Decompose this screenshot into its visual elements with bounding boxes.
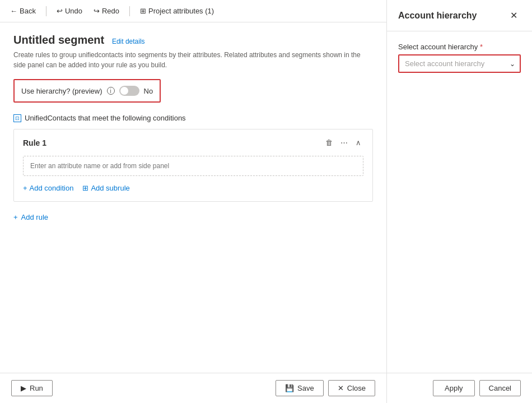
- side-panel-title: Account hierarchy: [398, 11, 477, 21]
- play-icon: ▶: [21, 384, 26, 392]
- account-hierarchy-select[interactable]: Select account hierarchy: [399, 55, 520, 72]
- back-arrow-icon: ←: [10, 7, 17, 15]
- conditions-row: ⊡ UnifiedContacts that meet the followin…: [13, 114, 373, 122]
- side-panel-close-button[interactable]: ✕: [507, 9, 521, 22]
- plus-icon-2: +: [13, 213, 18, 221]
- side-panel-body: Select account hierarchy * Select accoun…: [387, 31, 532, 373]
- top-bar: ← Back ↩ Undo ↪ Redo ⊞ Project attribute…: [0, 0, 386, 22]
- toggle-state-label: No: [144, 87, 153, 95]
- bottom-left: ▶ Run: [11, 380, 53, 396]
- page-title: Untitled segment: [13, 34, 104, 47]
- rule-footer: + Add condition ⊞ Add subrule: [23, 182, 363, 194]
- side-panel: Account hierarchy ✕ Select account hiera…: [386, 0, 532, 403]
- account-hierarchy-select-wrapper: Select account hierarchy ⌄: [398, 54, 521, 73]
- apply-button[interactable]: Apply: [433, 380, 475, 396]
- content-area: Untitled segment Edit details Create rul…: [0, 22, 386, 373]
- rule-card: Rule 1 🗑 ⋯ ∧ + Add condition: [13, 129, 373, 202]
- side-panel-footer: Apply Cancel: [387, 373, 532, 403]
- delete-rule-button[interactable]: 🗑: [323, 136, 335, 149]
- side-panel-header: Account hierarchy ✕: [387, 0, 532, 31]
- save-button[interactable]: 💾 Save: [276, 380, 324, 396]
- save-icon: 💾: [285, 384, 294, 392]
- add-subrule-button[interactable]: ⊞ Add subrule: [82, 182, 129, 194]
- trash-icon: 🗑: [325, 138, 333, 147]
- conditions-icon: ⊡: [13, 114, 21, 122]
- project-attributes-button[interactable]: ⊞ Project attributes (1): [137, 4, 217, 17]
- toggle-thumb: [120, 87, 128, 95]
- ellipsis-icon: ⋯: [340, 138, 348, 147]
- title-row: Untitled segment Edit details: [13, 34, 373, 47]
- back-button[interactable]: ← Back: [7, 4, 39, 17]
- rule-title: Rule 1: [23, 138, 46, 147]
- redo-icon: ↪: [94, 7, 100, 15]
- run-button[interactable]: ▶ Run: [11, 380, 53, 396]
- chevron-up-icon: ∧: [356, 138, 361, 147]
- close-button[interactable]: ✕ Close: [328, 380, 375, 396]
- attribute-input[interactable]: [23, 156, 363, 176]
- separator: [46, 6, 46, 16]
- more-options-button[interactable]: ⋯: [338, 136, 350, 149]
- separator-2: [129, 6, 130, 16]
- close-icon: ✕: [338, 384, 344, 392]
- cancel-button[interactable]: Cancel: [479, 380, 521, 396]
- conditions-text: UnifiedContacts that meet the following …: [25, 114, 186, 122]
- rule-header: Rule 1 🗑 ⋯ ∧: [23, 136, 363, 149]
- hierarchy-toggle[interactable]: [119, 86, 139, 96]
- hierarchy-label: Use hierarchy? (preview): [21, 87, 102, 95]
- subrule-icon: ⊞: [82, 184, 88, 192]
- undo-button[interactable]: ↩ Undo: [53, 4, 86, 17]
- add-condition-button[interactable]: + Add condition: [23, 182, 73, 194]
- add-rule-button[interactable]: + Add rule: [13, 211, 48, 224]
- field-label: Select account hierarchy *: [398, 43, 521, 51]
- bottom-toolbar: ▶ Run 💾 Save ✕ Close: [0, 373, 386, 403]
- bottom-right: 💾 Save ✕ Close: [276, 380, 375, 396]
- table-icon: ⊞: [140, 7, 146, 15]
- toggle-track[interactable]: [119, 86, 139, 96]
- plus-icon: +: [23, 184, 27, 192]
- collapse-rule-button[interactable]: ∧: [353, 136, 363, 149]
- info-icon[interactable]: i: [107, 87, 115, 95]
- edit-details-link[interactable]: Edit details: [112, 38, 145, 45]
- rule-actions: 🗑 ⋯ ∧: [323, 136, 363, 149]
- redo-button[interactable]: ↪ Redo: [90, 4, 123, 17]
- hierarchy-toggle-row: Use hierarchy? (preview) i No: [13, 79, 161, 103]
- undo-icon: ↩: [57, 7, 63, 15]
- required-indicator: *: [480, 43, 483, 51]
- page-description: Create rules to group unifiedcontacts in…: [13, 50, 373, 70]
